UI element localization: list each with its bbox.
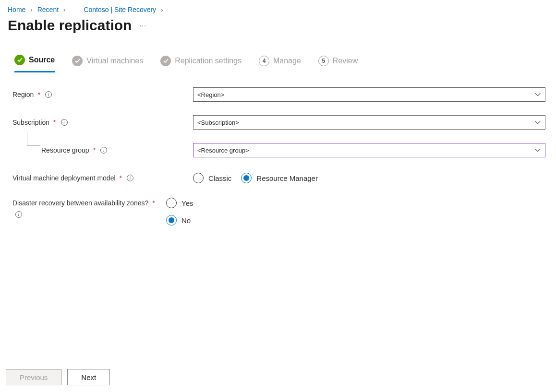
footer: Previous Next [0,362,556,392]
radio-icon [193,173,204,183]
chevron-right-icon: › [30,6,32,13]
row-deployment-model: Virtual machine deployment model * i Cla… [12,170,545,186]
tab-label: Replication settings [175,57,242,65]
chevron-down-icon [534,119,541,126]
breadcrumb-home[interactable]: Home [8,6,25,13]
check-icon [160,56,171,66]
tab-label: Virtual machines [86,57,143,65]
check-icon [72,56,83,66]
page-title: Enable replication [8,17,132,34]
breadcrumb-recent[interactable]: Recent [37,6,59,13]
chevron-down-icon [534,91,541,98]
label-resource-group: Resource group * i [12,146,193,154]
tabs: Source Virtual machines Replication sett… [0,45,556,73]
deployment-model-radio-group: Classic Resource Manager [193,173,545,183]
chevron-right-icon: › [161,6,163,13]
required-marker: * [120,174,122,182]
select-value: <Subscription> [197,119,239,126]
required-marker: * [152,199,155,207]
tab-label: Manage [273,57,301,65]
page-header: Enable replication ··· [0,13,556,45]
info-icon[interactable]: i [45,91,52,98]
radio-dr-no[interactable]: No [166,215,191,226]
info-icon[interactable]: i [100,147,107,154]
breadcrumb: Home › Recent › Contoso | Site Recovery … [0,0,556,13]
form: Region * i <Region> Subscription * i <Su… [0,73,556,226]
tab-source[interactable]: Source [14,55,55,72]
info-icon[interactable]: i [15,211,22,218]
radio-classic[interactable]: Classic [193,173,231,183]
required-marker: * [93,146,96,154]
tab-manage[interactable]: 4 Manage [259,55,301,72]
step-number-icon: 5 [318,56,329,66]
radio-resource-manager[interactable]: Resource Manager [241,173,318,183]
select-value: <Resource group> [197,147,249,154]
radio-icon [241,173,252,183]
breadcrumb-site-recovery[interactable]: Contoso | Site Recovery [84,6,156,13]
previous-button[interactable]: Previous [6,369,61,385]
connector-line-icon [27,132,40,146]
info-icon[interactable]: i [127,175,133,181]
tab-virtual-machines[interactable]: Virtual machines [72,55,143,72]
label-disaster-recovery: Disaster recovery between availability z… [12,198,166,219]
tab-label: Source [29,56,55,64]
row-disaster-recovery: Disaster recovery between availability z… [12,198,545,226]
label-region: Region * i [12,91,193,98]
tab-replication-settings[interactable]: Replication settings [160,55,242,72]
required-marker: * [37,91,40,98]
tab-label: Review [333,57,358,65]
row-region: Region * i <Region> [12,86,545,103]
resource-group-select[interactable]: <Resource group> [193,143,545,157]
chevron-down-icon [534,147,541,154]
next-button[interactable]: Next [67,369,110,385]
step-number-icon: 4 [259,56,269,66]
more-actions-icon[interactable]: ··· [139,22,146,29]
radio-icon [166,198,177,208]
radio-dr-yes[interactable]: Yes [166,198,193,208]
row-subscription: Subscription * i <Subscription> [12,114,545,131]
check-icon [14,55,25,65]
label-subscription: Subscription * i [12,119,193,126]
row-resource-group: Resource group * i <Resource group> [12,142,545,158]
disaster-recovery-radio-group: Yes No [166,198,520,226]
info-icon[interactable]: i [61,119,68,126]
required-marker: * [53,119,56,126]
radio-icon [166,215,177,226]
region-select[interactable]: <Region> [193,87,545,102]
chevron-right-icon: › [63,6,65,13]
label-deployment-model: Virtual machine deployment model * i [12,174,193,182]
select-value: <Region> [197,91,224,98]
subscription-select[interactable]: <Subscription> [193,115,545,130]
tab-review[interactable]: 5 Review [318,55,358,72]
